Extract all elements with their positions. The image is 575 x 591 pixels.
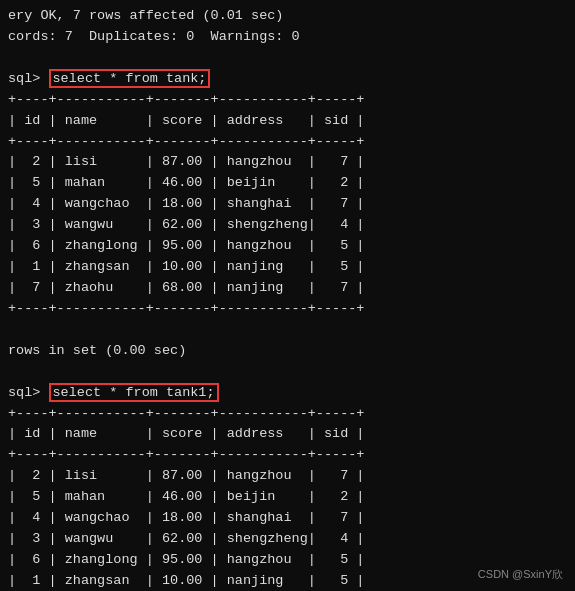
rows-count-1: rows in set (0.00 sec) [8, 341, 567, 362]
cmd1-line: sql> select * from tank; [8, 69, 567, 90]
table-row: | 3 | wangwu | 62.00 | shengzheng| 4 | [8, 529, 567, 550]
output-line-3 [8, 48, 567, 69]
table-row: | 4 | wangchao | 18.00 | shanghai | 7 | [8, 508, 567, 529]
terminal: ery OK, 7 rows affected (0.01 sec) cords… [8, 6, 567, 585]
empty-line [8, 362, 567, 383]
table-row: | 2 | lisi | 87.00 | hangzhou | 7 | [8, 152, 567, 173]
cmd2-line: sql> select * from tank1; [8, 383, 567, 404]
table1-border-bot: +----+-----------+-------+-----------+--… [8, 299, 567, 320]
table-row: | 5 | mahan | 46.00 | beijin | 2 | [8, 487, 567, 508]
table-row: | 3 | wangwu | 62.00 | shengzheng| 4 | [8, 215, 567, 236]
table1-border-top: +----+-----------+-------+-----------+--… [8, 90, 567, 111]
table1-rows: | 2 | lisi | 87.00 | hangzhou | 7 || 5 |… [8, 152, 567, 298]
table-row: | 6 | zhanglong | 95.00 | hangzhou | 5 | [8, 236, 567, 257]
cmd1-prompt: sql> [8, 71, 49, 86]
cmd2-text: select * from tank1; [49, 383, 219, 402]
table2-border-top: +----+-----------+-------+-----------+--… [8, 404, 567, 425]
rows-info-1 [8, 320, 567, 341]
output-line-2: cords: 7 Duplicates: 0 Warnings: 0 [8, 27, 567, 48]
table-row: | 2 | lisi | 87.00 | hangzhou | 7 | [8, 466, 567, 487]
output-line-1: ery OK, 7 rows affected (0.01 sec) [8, 6, 567, 27]
table-row: | 7 | zhaohu | 68.00 | nanjing | 7 | [8, 278, 567, 299]
table-row: | 5 | mahan | 46.00 | beijin | 2 | [8, 173, 567, 194]
table2-header: | id | name | score | address | sid | [8, 424, 567, 445]
cmd1-text: select * from tank; [49, 69, 211, 88]
table2-border-mid: +----+-----------+-------+-----------+--… [8, 445, 567, 466]
cmd2-prompt: sql> [8, 385, 49, 400]
table-row: | 1 | zhangsan | 10.00 | nanjing | 5 | [8, 257, 567, 278]
table1-border-mid: +----+-----------+-------+-----------+--… [8, 132, 567, 153]
watermark: CSDN @SxinY欣 [478, 566, 563, 583]
table1-header: | id | name | score | address | sid | [8, 111, 567, 132]
table-row: | 4 | wangchao | 18.00 | shanghai | 7 | [8, 194, 567, 215]
